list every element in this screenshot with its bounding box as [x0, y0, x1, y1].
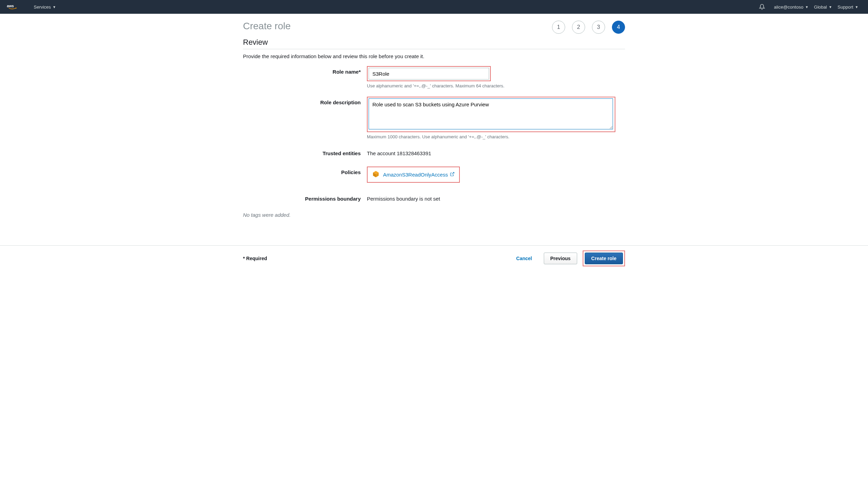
- policy-link[interactable]: AmazonS3ReadOnlyAccess: [383, 172, 455, 178]
- nav-support[interactable]: Support ▼: [835, 4, 861, 10]
- notifications-button[interactable]: [756, 4, 768, 10]
- highlight-role-name: [367, 66, 491, 81]
- policy-item: AmazonS3ReadOnlyAccess: [369, 168, 458, 181]
- top-nav: aws Services ▼ alice@contoso ▼ Global ▼ …: [0, 0, 868, 14]
- highlight-policies: AmazonS3ReadOnlyAccess: [367, 167, 460, 183]
- previous-button[interactable]: Previous: [544, 253, 577, 264]
- create-role-button[interactable]: Create role: [585, 253, 623, 264]
- policy-box-icon: [372, 170, 380, 179]
- role-description-hint: Maximum 1000 characters. Use alphanumeri…: [367, 134, 625, 139]
- highlight-create-role: Create role: [583, 251, 625, 266]
- role-name-input[interactable]: [369, 68, 489, 79]
- step-4[interactable]: 4: [612, 21, 625, 34]
- nav-services[interactable]: Services ▼: [31, 4, 59, 10]
- nav-user[interactable]: alice@contoso ▼: [771, 4, 811, 10]
- step-2[interactable]: 2: [572, 21, 585, 34]
- aws-logo[interactable]: aws: [7, 3, 21, 10]
- role-name-hint: Use alphanumeric and '+=,.@-_' character…: [367, 83, 625, 88]
- svg-line-1: [452, 172, 454, 174]
- nav-support-label: Support: [838, 4, 854, 10]
- trusted-entities-label: Trusted entities: [243, 148, 367, 156]
- svg-text:aws: aws: [7, 4, 14, 8]
- wizard-steps: 1 2 3 4: [552, 21, 625, 34]
- main-content: 1 2 3 4 Create role Review Provide the r…: [243, 14, 625, 218]
- highlight-role-description: [367, 97, 615, 132]
- permissions-boundary-value: Permissions boundary is not set: [367, 193, 625, 202]
- row-role-name: Role name* Use alphanumeric and '+=,.@-_…: [243, 66, 625, 95]
- bell-icon: [759, 4, 765, 10]
- external-link-icon: [450, 172, 455, 178]
- row-permissions-boundary: Permissions boundary Permissions boundar…: [243, 193, 625, 202]
- aws-logo-icon: aws: [7, 3, 21, 10]
- cancel-button[interactable]: Cancel: [510, 253, 538, 264]
- step-3[interactable]: 3: [592, 21, 605, 34]
- role-name-label: Role name*: [243, 66, 367, 75]
- role-description-input[interactable]: [369, 98, 613, 129]
- nav-user-label: alice@contoso: [774, 4, 803, 10]
- required-note: * Required: [243, 256, 267, 261]
- footer-actions: Cancel Previous Create role: [510, 251, 625, 266]
- row-trusted-entities: Trusted entities The account 18132846339…: [243, 148, 625, 156]
- no-tags-message: No tags were added.: [243, 212, 625, 218]
- caret-down-icon: ▼: [805, 5, 808, 9]
- step-1[interactable]: 1: [552, 21, 565, 34]
- caret-down-icon: ▼: [855, 5, 858, 9]
- policies-label: Policies: [243, 167, 367, 175]
- row-role-description: Role description Maximum 1000 characters…: [243, 97, 625, 146]
- nav-region[interactable]: Global ▼: [811, 4, 835, 10]
- row-policies: Policies AmazonS3ReadOnlyAccess: [243, 167, 625, 183]
- role-description-label: Role description: [243, 97, 367, 105]
- section-subtitle: Provide the required information below a…: [243, 53, 625, 59]
- policy-name: AmazonS3ReadOnlyAccess: [383, 172, 448, 178]
- nav-services-label: Services: [34, 4, 51, 10]
- section-title: Review: [243, 38, 625, 49]
- trusted-entities-value: The account 181328463391: [367, 148, 625, 156]
- caret-down-icon: ▼: [829, 5, 832, 9]
- footer: * Required Cancel Previous Create role: [0, 245, 868, 271]
- permissions-boundary-label: Permissions boundary: [243, 193, 367, 202]
- nav-region-label: Global: [814, 4, 827, 10]
- caret-down-icon: ▼: [53, 5, 56, 9]
